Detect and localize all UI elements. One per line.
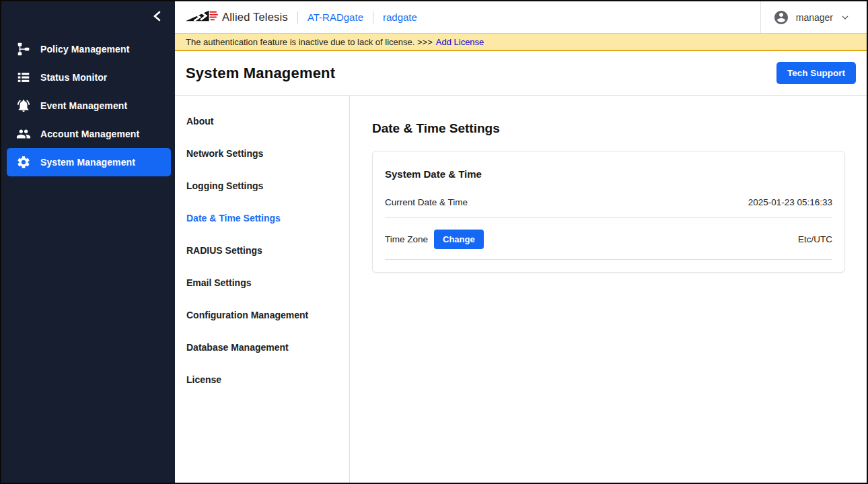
sidebar-item-event-management[interactable]: Event Management [7, 92, 171, 120]
account-circle-icon [773, 9, 789, 26]
current-date-time-label: Current Date & Time [385, 197, 468, 207]
time-zone-row: Time Zone Change Etc/UTC [385, 218, 832, 260]
chevron-down-icon [840, 12, 851, 23]
topbar: Allied Telesis AT-RADgate radgate manage… [175, 1, 867, 33]
user-name: manager [796, 12, 833, 23]
topbar-divider [373, 11, 373, 24]
page-title: System Management [186, 65, 335, 82]
sidebar-item-system-management[interactable]: System Management [7, 148, 171, 176]
subnav-item-license[interactable]: License [175, 364, 349, 396]
system-date-time-card: System Date & Time Current Date & Time 2… [372, 151, 845, 273]
brand-logo: Allied Telesis [186, 8, 288, 26]
subnav-item-configuration-management[interactable]: Configuration Management [175, 299, 349, 331]
banner-text: The authentication feature is inactive d… [186, 37, 433, 47]
content-row: About Network Settings Logging Settings … [175, 96, 867, 483]
sidebar-item-status-monitor[interactable]: Status Monitor [7, 63, 171, 92]
brand-name: Allied Telesis [222, 11, 288, 24]
sidebar-item-label: Status Monitor [40, 72, 107, 83]
time-zone-label: Time Zone [385, 234, 428, 244]
current-date-time-value: 2025-01-23 05:16:33 [748, 197, 832, 207]
sidebar-collapse-button[interactable] [149, 10, 164, 25]
subnav-item-logging-settings[interactable]: Logging Settings [175, 170, 349, 202]
list-icon [16, 70, 31, 85]
change-time-zone-button[interactable]: Change [434, 230, 484, 249]
topbar-divider [297, 11, 298, 24]
main-panel: Date & Time Settings System Date & Time … [350, 96, 867, 483]
section-heading: Date & Time Settings [372, 121, 845, 136]
breadcrumb-product-link[interactable]: AT-RADgate [308, 11, 363, 23]
breadcrumb-host-link[interactable]: radgate [383, 11, 417, 23]
card-title: System Date & Time [385, 168, 832, 180]
main-column: Allied Telesis AT-RADgate radgate manage… [175, 1, 867, 483]
sidebar-item-label: Account Management [40, 129, 139, 139]
settings-subnav: About Network Settings Logging Settings … [175, 96, 350, 483]
subnav-item-network-settings[interactable]: Network Settings [175, 137, 349, 170]
tech-support-button[interactable]: Tech Support [776, 62, 856, 84]
policy-tree-icon [16, 42, 31, 57]
app-window: Policy Management Status Monitor Event M… [0, 0, 868, 484]
time-zone-value: Etc/UTC [798, 234, 832, 244]
subnav-item-radius-settings[interactable]: RADIUS Settings [175, 234, 349, 267]
subnav-item-date-time-settings[interactable]: Date & Time Settings [175, 202, 349, 234]
people-icon [16, 127, 31, 141]
chevron-left-icon [152, 11, 161, 24]
add-license-link[interactable]: Add License [436, 37, 484, 47]
topbar-spacer [417, 1, 760, 33]
subnav-item-email-settings[interactable]: Email Settings [175, 267, 349, 299]
sidebar-item-label: System Management [40, 157, 135, 168]
sidebar-item-account-management[interactable]: Account Management [7, 120, 171, 148]
user-menu[interactable]: manager [760, 1, 867, 33]
page-title-row: System Management Tech Support [175, 51, 867, 96]
subnav-item-database-management[interactable]: Database Management [175, 331, 349, 364]
allied-telesis-logo-icon [186, 8, 218, 26]
topbar-left: Allied Telesis AT-RADgate radgate [175, 1, 417, 33]
current-date-time-row: Current Date & Time 2025-01-23 05:16:33 [385, 186, 832, 218]
sidebar-item-policy-management[interactable]: Policy Management [7, 35, 171, 63]
sidebar-nav: Policy Management Status Monitor Event M… [1, 35, 175, 176]
sidebar: Policy Management Status Monitor Event M… [1, 1, 175, 483]
sidebar-item-label: Event Management [40, 100, 127, 111]
subnav-item-about[interactable]: About [175, 105, 349, 137]
gear-icon [16, 155, 31, 170]
sidebar-item-label: Policy Management [40, 44, 129, 55]
bell-icon [16, 98, 31, 113]
license-warning-banner: The authentication feature is inactive d… [175, 33, 867, 51]
